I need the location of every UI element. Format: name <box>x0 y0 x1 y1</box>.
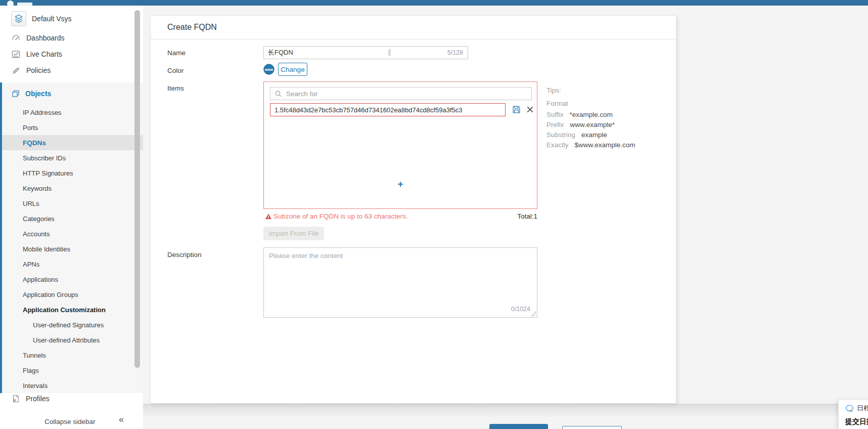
tip-row-prefix: Prefix www.example* <box>546 120 635 130</box>
svg-text:www: www <box>264 68 273 71</box>
sidebar-item-dashboards[interactable]: Dashboards <box>0 30 143 46</box>
add-item-button[interactable]: + <box>264 179 537 189</box>
sidebar-item-application-customization[interactable]: Application Customization <box>2 302 143 317</box>
sidebar-item-default-vsys[interactable]: Default Vsys <box>0 10 143 28</box>
sidebar-item-categories[interactable]: Categories <box>2 211 143 226</box>
sidebar-item-user-defined-attributes[interactable]: User-defined Attributes <box>2 332 143 348</box>
description-field-wrap: 0/1024 <box>263 247 537 318</box>
sidebar-item-profiles[interactable]: Profiles <box>0 391 143 407</box>
sidebar-item-policies[interactable]: Policies <box>0 63 143 78</box>
delete-item-icon[interactable] <box>526 106 534 113</box>
sidebar-item-tunnels[interactable]: Tunnels <box>2 348 143 363</box>
tip-label: Exactly <box>546 140 569 150</box>
sidebar-item-keywords[interactable]: Keywords <box>2 181 143 196</box>
items-search-input[interactable] <box>285 90 531 98</box>
ok-button[interactable] <box>489 424 548 429</box>
warning-icon <box>265 213 272 220</box>
collapse-chevrons-icon: « <box>119 414 124 425</box>
collapse-sidebar-button[interactable]: Collapse sidebar « <box>0 414 143 429</box>
sidebar-item-user-defined-signatures[interactable]: User-defined Signatures <box>2 317 143 332</box>
tip-row-suffix: Suffix *example.com <box>546 110 635 120</box>
sidebar-item-label: User-defined Signatures <box>33 321 104 329</box>
color-label: Color <box>167 67 184 74</box>
create-fqdn-dialog: Create FQDN Name 5/128 Color www Change … <box>150 15 676 404</box>
schedule-button[interactable]: 日程 <box>845 404 868 413</box>
items-label: Items <box>167 84 184 92</box>
submit-daily-report-button[interactable]: 提交日报 <box>845 417 868 426</box>
sidebar-item-objects[interactable]: Objects <box>2 82 143 105</box>
sidebar-item-applications[interactable]: Applications <box>2 272 143 287</box>
sidebar-item-ports[interactable]: Ports <box>2 120 143 135</box>
name-field-wrap: 5/128 <box>263 46 468 59</box>
items-list-box: + <box>263 81 537 209</box>
search-icon <box>275 90 282 98</box>
sidebar-item-label: Objects <box>25 90 51 98</box>
sidebar-item-label: IP Addresses <box>23 109 61 116</box>
assistant-widget: 日程 提交日报 <box>838 399 868 429</box>
dashboard-gauge-icon <box>11 33 21 43</box>
schedule-label: 日程 <box>857 404 868 413</box>
cancel-button[interactable] <box>562 426 622 429</box>
top-bar <box>0 0 868 6</box>
name-char-counter: 5/128 <box>447 49 463 56</box>
layers-icon <box>11 11 26 26</box>
text-caret <box>388 49 391 56</box>
sidebar-item-label: Categories <box>23 215 55 223</box>
import-from-file-button[interactable]: Import From File <box>263 227 324 240</box>
name-label: Name <box>167 49 186 57</box>
sidebar-item-ip-addresses[interactable]: IP Addresses <box>2 105 143 120</box>
tips-title: Tips: <box>546 85 635 96</box>
sidebar-item-apns[interactable]: APNs <box>2 256 143 272</box>
sidebar-item-label: Mobile Identities <box>23 245 70 253</box>
tip-label: Substring <box>546 130 575 140</box>
tips-format-label: Format <box>546 99 635 109</box>
tip-value: $www.example.com <box>575 140 635 150</box>
sidebar-item-live-charts[interactable]: Live Charts <box>0 47 143 62</box>
sidebar-item-label: User-defined Attributes <box>33 336 100 344</box>
sidebar-item-label: Tunnels <box>23 352 46 359</box>
sidebar-item-http-signatures[interactable]: HTTP Signatures <box>2 165 143 181</box>
sidebar-item-label: Application Groups <box>23 291 78 298</box>
item-value-input[interactable] <box>270 104 505 116</box>
textarea-resize-handle[interactable] <box>531 311 536 317</box>
sidebar-item-accounts[interactable]: Accounts <box>2 226 143 241</box>
description-label: Description <box>167 251 202 259</box>
validation-error: Subzone of an FQDN is up to 63 character… <box>265 212 408 220</box>
sidebar-item-label: Accounts <box>23 230 50 238</box>
tip-value: example <box>581 130 607 140</box>
item-row <box>270 103 506 116</box>
sidebar-item-subscriber-ids[interactable]: Subscriber IDs <box>2 150 143 165</box>
save-item-icon[interactable] <box>512 105 521 114</box>
chat-bubble-icon <box>845 404 854 413</box>
tip-row-substring: Substring example <box>546 130 635 140</box>
objects-icon <box>11 89 20 98</box>
app-logo <box>7 1 32 6</box>
sidebar-item-label: Application Customization <box>23 306 106 314</box>
sidebar-scrollbar-thumb[interactable] <box>134 10 140 368</box>
sidebar-item-label: Subscriber IDs <box>23 154 66 162</box>
change-color-button[interactable]: Change <box>278 63 307 76</box>
dialog-header-divider <box>151 39 676 39</box>
sidebar-item-urls[interactable]: URLs <box>2 196 143 211</box>
sidebar-item-label: FQDNs <box>23 139 46 147</box>
collapse-sidebar-label: Collapse sidebar <box>44 418 96 425</box>
sidebar-item-label: APNs <box>23 261 39 268</box>
sidebar: Default Vsys Dashboards Live Charts Poli… <box>0 6 143 429</box>
chart-icon <box>11 50 21 59</box>
sidebar-item-label: Default Vsys <box>32 15 72 23</box>
name-input[interactable] <box>263 46 468 59</box>
sidebar-item-flags[interactable]: Flags <box>2 363 143 378</box>
tip-label: Prefix <box>546 120 564 130</box>
policies-icon <box>11 66 21 75</box>
dialog-footer-shadow <box>143 404 868 418</box>
sidebar-item-label: HTTP Signatures <box>23 169 73 177</box>
description-textarea[interactable] <box>263 247 537 318</box>
change-color-label: Change <box>281 66 304 73</box>
sidebar-item-mobile-identities[interactable]: Mobile Identities <box>2 241 143 256</box>
sidebar-item-label: Policies <box>26 66 51 74</box>
sidebar-item-application-groups[interactable]: Application Groups <box>2 287 143 302</box>
tip-label: Suffix <box>546 110 564 120</box>
sidebar-item-fqdns[interactable]: FQDNs <box>2 135 143 150</box>
sidebar-item-label: Intervals <box>23 382 48 390</box>
sidebar-section-objects: Objects IP Addresses Ports FQDNs Subscri… <box>0 82 143 393</box>
